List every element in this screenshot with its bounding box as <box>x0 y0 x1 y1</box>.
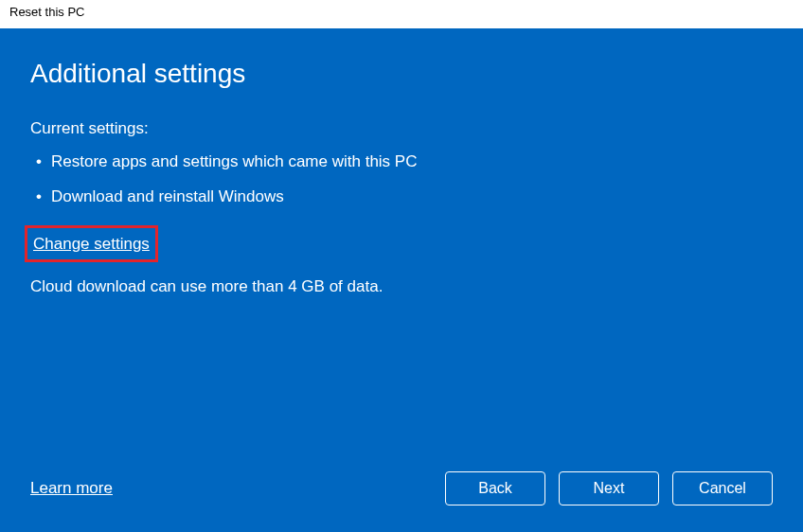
change-settings-link[interactable]: Change settings <box>33 235 150 253</box>
list-item: Download and reinstall Windows <box>30 184 773 209</box>
change-settings-highlight: Change settings <box>25 225 158 262</box>
learn-more-link[interactable]: Learn more <box>30 479 113 498</box>
title-bar: Reset this PC <box>0 0 803 28</box>
settings-list: Restore apps and settings which came wit… <box>30 149 773 209</box>
list-item: Restore apps and settings which came wit… <box>30 149 773 174</box>
dialog-body: Additional settings Current settings: Re… <box>0 28 803 532</box>
cancel-button[interactable]: Cancel <box>672 471 773 505</box>
dialog-footer: Learn more Back Next Cancel <box>30 471 773 505</box>
page-title: Additional settings <box>30 59 773 89</box>
next-button[interactable]: Next <box>559 471 659 505</box>
current-settings-label: Current settings: <box>30 115 773 141</box>
cloud-download-note: Cloud download can use more than 4 GB of… <box>30 274 773 299</box>
back-button[interactable]: Back <box>445 471 545 505</box>
button-row: Back Next Cancel <box>445 471 773 505</box>
content-area: Current settings: Restore apps and setti… <box>30 115 773 299</box>
window-title: Reset this PC <box>9 5 84 19</box>
